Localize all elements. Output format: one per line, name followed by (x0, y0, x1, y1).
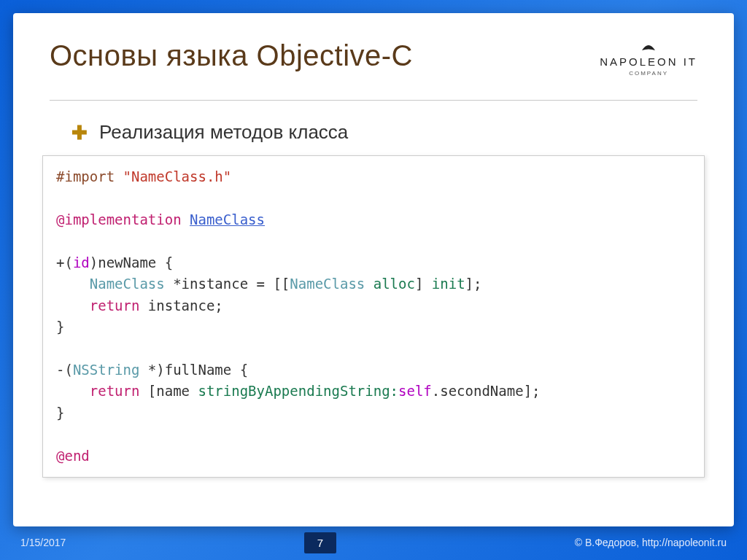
code-token: *)fullName { (139, 362, 248, 378)
plus-icon: ✚ (71, 123, 88, 142)
code-token: } (56, 405, 64, 421)
bullet-text: Реализация методов класса (99, 121, 348, 144)
slide-header: Основы языка Objective-C NAPOLEON IT COM… (50, 39, 697, 77)
footer-copyright: © В.Федоров, http://napoleonit.ru (575, 537, 727, 548)
code-token: @implementation (56, 211, 182, 228)
code-token: id (73, 254, 90, 271)
logo-brand: NAPOLEON IT (600, 55, 697, 68)
code-token (365, 276, 373, 292)
logo-subtext: COMPANY (600, 70, 697, 77)
slide-card: Основы языка Objective-C NAPOLEON IT COM… (13, 13, 734, 526)
code-token: alloc (374, 276, 415, 292)
code-token: NameClass (90, 276, 165, 292)
bullet-item: ✚ Реализация методов класса (71, 121, 697, 144)
code-token (182, 211, 190, 228)
code-token: +( (56, 254, 73, 271)
code-token (56, 298, 90, 314)
code-token: return (90, 383, 140, 399)
code-token: @end (56, 448, 90, 464)
code-token: )newName { (90, 254, 173, 271)
code-token: init (432, 276, 465, 292)
code-block: #import "NameClass.h" @implementation Na… (42, 155, 705, 478)
code-token: instance; (139, 298, 222, 314)
code-token: -( (56, 362, 73, 378)
page-number-badge: 7 (304, 532, 336, 553)
code-token: } (56, 319, 64, 335)
code-token: *instance = [[ (165, 276, 290, 292)
code-token: NameClass (190, 211, 265, 228)
code-token: #import (56, 168, 123, 184)
code-token: "NameClass.h" (123, 168, 232, 184)
divider (50, 100, 697, 101)
code-token: [name (139, 383, 198, 399)
slide-footer: 1/15/2017 7 © В.Федоров, http://napoleon… (13, 531, 734, 554)
code-token: NameClass (290, 276, 365, 292)
company-logo: NAPOLEON IT COMPANY (600, 39, 697, 77)
code-token: return (90, 298, 140, 314)
code-token: self (398, 383, 432, 399)
code-token (56, 383, 90, 399)
code-token: ] (415, 276, 432, 292)
slide-title: Основы языка Objective-C (50, 39, 413, 72)
footer-date: 1/15/2017 (20, 537, 66, 548)
code-token (56, 276, 90, 292)
code-token: stringByAppendingString: (198, 383, 398, 399)
code-token: .secondName]; (432, 383, 541, 399)
code-token: ]; (465, 276, 482, 292)
hat-icon (600, 42, 697, 54)
code-token: NSString (73, 362, 140, 378)
